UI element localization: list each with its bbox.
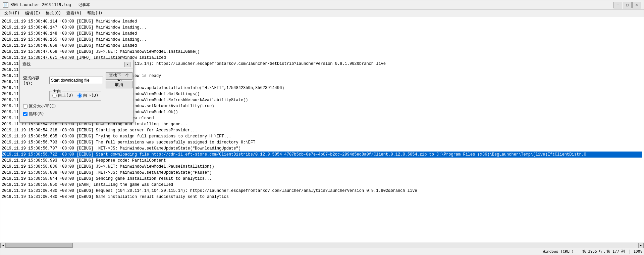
wrap-label[interactable]: 循环(R) [29, 111, 44, 117]
status-right: Windows (CRLF) 第 3955 行，第 177 列 100% [543, 249, 642, 254]
direction-down-text: 向下(D) [83, 93, 99, 98]
find-buttons-column: 查找下一个(F) 取消 [106, 72, 132, 88]
log-content[interactable]: 2019.11.19 15:30:40.114 +08:00 [DEBUG] M… [0, 17, 644, 243]
close-button[interactable]: ✕ [632, 2, 641, 8]
log-line: 2019.11.19 15:31:00.430 +08:00 [DEBUG] R… [2, 188, 642, 194]
find-cancel-button[interactable]: 取消 [106, 81, 132, 88]
minimize-button[interactable]: ─ [613, 2, 622, 8]
restore-button[interactable]: □ [623, 2, 632, 8]
log-line: 2019.11.19 15:30:40.114 +08:00 [DEBUG] M… [2, 18, 642, 25]
find-dialog-body: 查找内容(N): 查找下一个(F) 取消 方向 向上(U) 向下(D) [20, 69, 133, 122]
log-line: 2019.11.19 15:30:40.868 +08:00 [DEBUG] M… [2, 43, 642, 49]
wrap-row: 循环(R) [23, 111, 130, 117]
direction-down-radio[interactable] [77, 93, 82, 98]
log-line: 2019.11.19 15:30:56.707 +08:00 [DEBUG] .… [2, 145, 642, 152]
find-search-row: 查找内容(N): 查找下一个(F) 取消 [23, 72, 130, 88]
horizontal-scrollbar: ◄ ► [0, 243, 644, 248]
log-line: 2019.11.19 15:30:58.850 +08:00 [WARN] In… [2, 182, 642, 188]
log-line: 2019.11.19 15:30:58.993 +08:00 [DEBUG] R… [2, 158, 642, 164]
status-bar: Windows (CRLF) 第 3955 行，第 177 列 100% [0, 248, 644, 255]
scroll-right-button[interactable]: ► [638, 243, 644, 248]
log-line: 2019.11.19 15:30:58.836 +08:00 [DEBUG] J… [2, 164, 642, 170]
scroll-track[interactable] [6, 243, 638, 248]
zoom-status: 100% [634, 249, 643, 254]
direction-down-label[interactable]: 向下(D) [77, 93, 99, 98]
case-sensitive-row: 区分大小写(C) [23, 103, 130, 109]
find-next-button[interactable]: 查找下一个(F) [106, 72, 132, 80]
menu-bar: 文件(F) 编辑(E) 格式(O) 查看(V) 帮助(H) [0, 10, 644, 17]
scroll-thumb[interactable] [6, 243, 73, 248]
app-icon: 📄 [3, 2, 8, 8]
find-options-row: 方向 向上(U) 向下(D) [49, 91, 130, 101]
title-bar: 📄 BSG_Launcher_20191119.log - 记事本 ─ □ ✕ [0, 0, 644, 10]
encoding-status: Windows (CRLF) [543, 249, 574, 254]
log-line: 2019.11.19 15:30:58.844 +08:00 [DEBUG] S… [2, 176, 642, 182]
content-area: 2019.11.19 15:30:40.114 +08:00 [DEBUG] M… [0, 17, 644, 243]
log-line: 2019.11.19 15:30:40.147 +08:00 [DEBUG] M… [2, 25, 642, 31]
direction-fieldset-wrapper: 方向 向上(U) 向下(D) [49, 91, 101, 101]
find-dialog: 查找 ✕ 查找内容(N): 查找下一个(F) 取消 方向 向上(U) [19, 60, 133, 123]
wrap-checkbox[interactable] [23, 112, 28, 116]
menu-help[interactable]: 帮助(H) [85, 10, 105, 17]
menu-format[interactable]: 格式(O) [43, 10, 64, 17]
notepad-window: 📄 BSG_Launcher_20191119.log - 记事本 ─ □ ✕ … [0, 0, 644, 255]
log-line: 2019.11.19 15:30:40.148 +08:00 [DEBUG] M… [2, 31, 642, 37]
log-line: 2019.11.19 15:30:56.703 +08:00 [DEBUG] T… [2, 139, 642, 145]
position-status: 第 3955 行，第 177 列 [582, 249, 625, 254]
find-dialog-close-button[interactable]: ✕ [124, 62, 130, 67]
scroll-left-button[interactable]: ◄ [0, 243, 6, 248]
log-line: 2019.11.19 15:30:56.635 +08:00 [DEBUG] T… [2, 133, 642, 139]
log-line: 2019.11.19 15:31:00.430 +08:00 [DEBUG] G… [2, 194, 642, 200]
log-line: 2019.11.19 15:30:40.155 +08:00 [DEBUG] M… [2, 37, 642, 43]
menu-view[interactable]: 查看(V) [64, 10, 85, 17]
direction-legend: 方向 [52, 89, 62, 94]
find-search-input[interactable] [49, 77, 103, 84]
menu-file[interactable]: 文件(F) [2, 10, 22, 17]
log-line: 2019.11.19 15:30:54.318 +08:00 [DEBUG] S… [2, 127, 642, 133]
window-title: BSG_Launcher_20191119.log - 记事本 [10, 2, 90, 8]
find-search-label: 查找内容(N): [23, 75, 47, 86]
log-line: 2019.11.19 15:30:56.722 +08:00 [DEBUG] S… [2, 152, 642, 158]
direction-fieldset: 方向 向上(U) 向下(D) [49, 91, 101, 101]
case-sensitive-label[interactable]: 区分大小写(C) [29, 103, 56, 109]
find-dialog-title: 查找 [22, 61, 31, 67]
case-sensitive-checkbox[interactable] [23, 104, 28, 109]
status-divider-2 [629, 250, 630, 254]
status-divider-1 [578, 250, 578, 254]
log-line: 2019.11.19 15:30:47.658 +08:00 [DEBUG] J… [2, 49, 642, 55]
log-line: 2019.11.19 15:30:58.838 +08:00 [DEBUG] .… [2, 170, 642, 176]
title-bar-controls: ─ □ ✕ [613, 2, 641, 8]
title-bar-left: 📄 BSG_Launcher_20191119.log - 记事本 [3, 2, 90, 8]
find-dialog-title-bar: 查找 ✕ [20, 60, 133, 69]
menu-edit[interactable]: 编辑(E) [22, 10, 43, 17]
